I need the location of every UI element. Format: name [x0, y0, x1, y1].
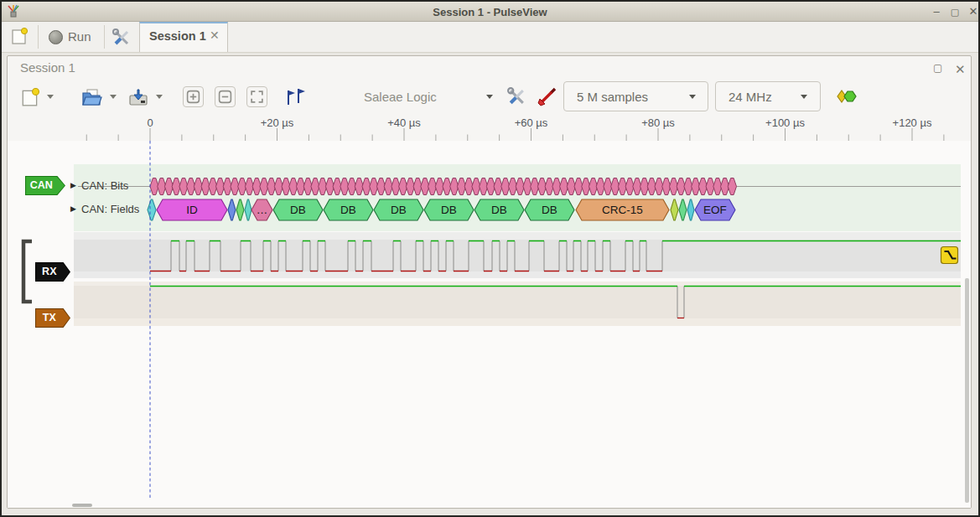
new-file-dropdown-icon[interactable] [47, 95, 54, 99]
tx-band [74, 286, 961, 318]
sample-count-dropdown-icon [689, 95, 696, 99]
decoder-tag-label: CAN [25, 179, 57, 191]
ruler-label: +100 µs [765, 116, 805, 129]
add-decoder-icon[interactable] [835, 88, 857, 105]
rx-band-top [74, 232, 961, 240]
zoom-fit-icon [250, 90, 264, 104]
zoom-fit-button[interactable] [246, 86, 267, 107]
row-label-can-bits[interactable]: CAN: Bits [81, 179, 128, 192]
expand-bits-icon[interactable]: ▶ [70, 181, 76, 189]
vertical-scrollbar-thumb[interactable] [965, 278, 969, 503]
save-icon[interactable] [127, 86, 149, 108]
channel-probe-icon[interactable] [537, 85, 558, 108]
minimize-button[interactable]: – [929, 5, 944, 18]
ruler-label: +40 µs [387, 116, 421, 129]
ruler-label: +80 µs [641, 116, 675, 129]
tx-band-bottom [74, 318, 961, 326]
new-session-icon[interactable] [10, 27, 29, 45]
decoder-tag-can[interactable]: CAN [25, 176, 65, 195]
rx-band [74, 240, 961, 271]
subwindow-title: Session 1 [20, 60, 75, 75]
zoom-out-button[interactable] [215, 86, 236, 107]
zoom-in-button[interactable] [183, 86, 204, 107]
titlebar[interactable]: Session 1 - PulseView – ▢ ✕ [2, 2, 978, 22]
subwindow-restore-icon[interactable]: ▢ [933, 62, 942, 74]
window-title: Session 1 - PulseView [2, 6, 978, 18]
pulseview-window: Session 1 - PulseView – ▢ ✕ Run Session … [0, 0, 980, 517]
sample-rate-value: 24 MHz [729, 90, 772, 104]
tab-label: Session 1 [149, 29, 206, 43]
zoom-in-icon [186, 90, 200, 104]
tab-close-icon[interactable]: ✕ [210, 28, 220, 42]
channel-tag-tx[interactable]: TX [35, 308, 70, 328]
ruler-label: +20 µs [261, 116, 294, 129]
rx-band-bottom [74, 271, 961, 278]
zoom-out-icon [218, 90, 232, 104]
device-selector[interactable]: Saleae Logic [364, 90, 437, 104]
channel-tag-rx[interactable]: RX [35, 262, 70, 282]
toolbar-separator [38, 25, 39, 49]
open-file-icon[interactable] [80, 86, 102, 108]
sample-rate-dropdown-icon [801, 95, 807, 99]
close-button[interactable]: ✕ [966, 5, 980, 18]
ruler-label: 0 [147, 116, 153, 129]
trigger-flags-icon[interactable] [283, 85, 307, 109]
expand-fields-icon[interactable]: ▶ [70, 204, 76, 213]
new-file-icon[interactable] [20, 87, 40, 107]
device-dropdown-icon[interactable] [486, 95, 493, 99]
device-config-wrench-icon[interactable] [506, 86, 527, 107]
maximize-button[interactable]: ▢ [947, 5, 962, 18]
sample-count-value: 5 M samples [577, 90, 648, 104]
ruler-label: +60 µs [515, 116, 548, 129]
row-label-can-fields[interactable]: CAN: Fields [81, 203, 139, 215]
ruler-label: +120 µs [893, 116, 932, 129]
open-file-dropdown-icon[interactable] [110, 95, 117, 99]
subwindow-close-icon[interactable]: ✕ [955, 62, 966, 77]
decoder-band [74, 164, 961, 231]
save-dropdown-icon[interactable] [156, 95, 163, 99]
channel-group-bracket [18, 238, 35, 305]
channel-tag-rx-label: RX [35, 266, 64, 277]
settings-wrench-icon[interactable] [111, 28, 132, 48]
channel-tag-tx-label: TX [35, 312, 64, 323]
horizontal-scrollbar-thumb[interactable] [72, 504, 92, 507]
toolbar-separator [104, 25, 105, 49]
run-icon [49, 30, 63, 44]
run-button[interactable]: Run [68, 29, 91, 44]
